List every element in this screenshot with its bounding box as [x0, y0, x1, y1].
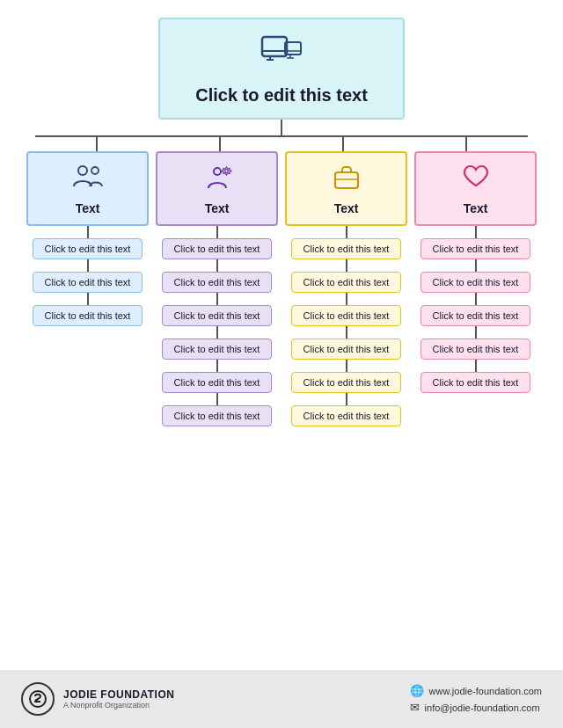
org-sub: A Nonprofit Organization — [63, 701, 174, 710]
child-node[interactable]: Click to edit this text — [162, 305, 272, 326]
col1-vline2 — [87, 259, 89, 272]
col1-vline3 — [87, 293, 89, 305]
child-node[interactable]: Click to edit this text — [291, 372, 401, 393]
footer-org-info: JODIE FOUNDATION A Nonprofit Organizatio… — [63, 688, 174, 710]
root-node[interactable]: Click to edit this text — [158, 18, 405, 120]
root-title: Click to edit this text — [195, 85, 368, 106]
drop-lines-row — [35, 137, 528, 151]
briefcase-icon — [331, 164, 362, 196]
email-text: info@jodie-foundation.com — [425, 703, 540, 713]
child-node[interactable]: Click to edit this text — [291, 272, 401, 293]
email-icon: ✉ — [410, 701, 420, 714]
column-3: Text Click to edit this text Click to ed… — [285, 151, 407, 426]
child-node[interactable]: Click to edit this text — [420, 372, 530, 393]
svg-point-11 — [224, 170, 228, 173]
svg-rect-0 — [262, 37, 287, 56]
website-text: www.jodie-foundation.com — [429, 686, 542, 696]
cat-label-2: Text — [205, 201, 230, 215]
child-node[interactable]: Click to edit this text — [291, 405, 401, 426]
child-node[interactable]: Click to edit this text — [162, 238, 272, 259]
child-node[interactable]: Click to edit this text — [291, 305, 401, 326]
www-icon: 🌐 — [410, 684, 424, 697]
heart-icon — [460, 164, 492, 196]
cat-box-4[interactable]: Text — [414, 151, 537, 226]
website-row: 🌐 www.jodie-foundation.com — [410, 684, 542, 697]
child-node[interactable]: Click to edit this text — [291, 238, 401, 259]
child-node[interactable]: Click to edit this text — [33, 305, 143, 326]
column-2: Text Click to edit this text Click to ed… — [156, 151, 278, 426]
people-icon — [72, 164, 104, 196]
cat-box-3[interactable]: Text — [285, 151, 407, 226]
svg-point-10 — [214, 168, 221, 175]
root-vline — [281, 120, 282, 135]
footer-left: JODIE FOUNDATION A Nonprofit Organizatio… — [21, 682, 174, 716]
child-node[interactable]: Click to edit this text — [162, 272, 272, 293]
cat-label-3: Text — [334, 201, 359, 215]
cat-box-2[interactable]: Text — [156, 151, 278, 226]
svg-point-8 — [78, 166, 87, 175]
svg-rect-12 — [335, 172, 358, 188]
child-node[interactable]: Click to edit this text — [420, 305, 530, 326]
cat-label-4: Text — [464, 201, 488, 215]
footer: JODIE FOUNDATION A Nonprofit Organizatio… — [0, 670, 563, 728]
child-node[interactable]: Click to edit this text — [420, 238, 530, 259]
child-node[interactable]: Click to edit this text — [162, 405, 272, 426]
child-node[interactable]: Click to edit this text — [162, 372, 272, 393]
column-1: Text Click to edit this text Click to ed… — [26, 151, 149, 326]
gear-person-icon — [201, 164, 233, 196]
svg-point-9 — [91, 167, 99, 174]
org-name: JODIE FOUNDATION — [63, 688, 174, 701]
child-node[interactable]: Click to edit this text — [33, 272, 143, 293]
child-node[interactable]: Click to edit this text — [33, 238, 143, 259]
footer-right: 🌐 www.jodie-foundation.com ✉ info@jodie-… — [410, 684, 542, 714]
column-4: Text Click to edit this text Click to ed… — [414, 151, 537, 393]
col1-vline1 — [87, 226, 89, 238]
cat-box-1[interactable]: Text — [26, 151, 149, 226]
h-connector-bar — [35, 135, 528, 137]
columns-area: Text Click to edit this text Click to ed… — [26, 151, 537, 426]
email-row: ✉ info@jodie-foundation.com — [410, 701, 540, 714]
computer-icon — [260, 35, 303, 78]
child-node[interactable]: Click to edit this text — [162, 339, 272, 360]
logo-icon — [21, 682, 55, 716]
main-content: Click to edit this text Text — [0, 0, 563, 670]
child-node[interactable]: Click to edit this text — [420, 272, 530, 293]
child-node[interactable]: Click to edit this text — [291, 339, 401, 360]
child-node[interactable]: Click to edit this text — [420, 339, 530, 360]
cat-label-1: Text — [76, 201, 100, 215]
